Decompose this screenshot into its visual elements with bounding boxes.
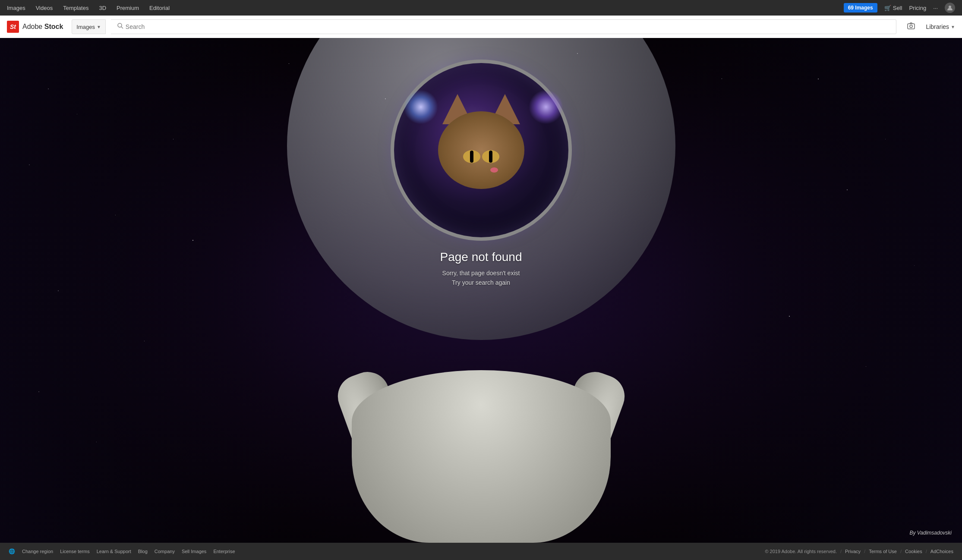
brand-name: Adobe Stock: [22, 23, 63, 31]
cat-face: [425, 94, 537, 206]
suit-body: [352, 370, 611, 543]
footer: 🌐 Change region License terms Learn & Su…: [0, 543, 962, 560]
sell-nav-item[interactable]: 🛒 Sell: [884, 5, 902, 11]
hero-section: Page not found Sorry, that page doesn't …: [0, 38, 962, 543]
footer-divider-1: /: [840, 549, 842, 554]
cat-nose: [490, 167, 498, 173]
top-nav-bar: Images Videos Templates 3D Premium Edito…: [0, 0, 962, 16]
search-input[interactable]: [126, 23, 892, 30]
footer-divider-4: /: [926, 549, 927, 554]
footer-copyright: © 2019 Adobe. All rights reserved.: [765, 549, 836, 554]
footer-learn-support[interactable]: Learn & Support: [97, 549, 131, 554]
footer-privacy[interactable]: Privacy: [845, 549, 861, 554]
footer-divider-2: /: [864, 549, 865, 554]
more-options-icon[interactable]: ···: [933, 5, 938, 11]
cat-eye-left: [463, 150, 480, 163]
search-type-label: Images: [76, 24, 95, 30]
svg-rect-3: [908, 24, 915, 29]
user-avatar[interactable]: [945, 3, 955, 13]
flare-left: [404, 90, 438, 124]
libraries-button[interactable]: Libraries ▼: [926, 23, 955, 30]
top-nav-right: 69 Images 🛒 Sell Pricing ···: [844, 3, 955, 13]
dark-overlay-right: [673, 38, 962, 543]
footer-cookies[interactable]: Cookies: [905, 549, 922, 554]
nav-item-templates[interactable]: Templates: [63, 5, 88, 11]
sell-icon: 🛒: [884, 5, 891, 11]
cat-eye-right: [482, 150, 499, 163]
footer-right: © 2019 Adobe. All rights reserved. / Pri…: [765, 549, 953, 554]
cat-head: [438, 111, 524, 189]
dark-overlay-left: [0, 38, 289, 543]
image-attribution: By Vadimsadovski: [909, 530, 952, 536]
svg-line-2: [121, 27, 123, 28]
error-content: Page not found Sorry, that page doesn't …: [440, 250, 522, 288]
footer-blog[interactable]: Blog: [138, 549, 148, 554]
svg-point-4: [910, 25, 912, 28]
camera-icon: [907, 22, 915, 30]
main-nav-bar: St Adobe Stock Images ▼ Libraries ▼: [0, 16, 962, 38]
search-icon-button[interactable]: [115, 22, 126, 31]
user-icon: [947, 5, 953, 11]
flare-right: [529, 90, 563, 124]
search-input-wrap: [111, 19, 897, 34]
search-bar: [111, 19, 897, 34]
nav-item-images[interactable]: Images: [7, 5, 25, 11]
images-count-button[interactable]: 69 Images: [844, 3, 877, 13]
search-icon: [117, 22, 124, 29]
libraries-label: Libraries: [926, 23, 949, 30]
svg-point-1: [118, 23, 122, 27]
footer-enterprise[interactable]: Enterprise: [213, 549, 235, 554]
brand-logo[interactable]: St Adobe Stock: [7, 21, 63, 33]
footer-adchoices[interactable]: AdChoices: [930, 549, 953, 554]
error-subtitle-line1: Sorry, that page doesn't exist: [442, 270, 520, 277]
footer-terms[interactable]: Terms of Use: [869, 549, 897, 554]
nav-item-editorial[interactable]: Editorial: [149, 5, 170, 11]
pricing-nav-item[interactable]: Pricing: [909, 5, 926, 11]
adobe-stock-icon: St: [7, 21, 19, 33]
nav-item-premium[interactable]: Premium: [117, 5, 139, 11]
footer-change-region[interactable]: Change region: [22, 549, 53, 554]
footer-license-terms[interactable]: License terms: [60, 549, 89, 554]
error-title: Page not found: [440, 250, 522, 264]
nav-item-videos[interactable]: Videos: [36, 5, 53, 11]
visual-search-button[interactable]: [902, 22, 921, 32]
libraries-chevron-icon: ▼: [951, 25, 955, 29]
error-subtitle: Sorry, that page doesn't exist Try your …: [440, 268, 522, 288]
chevron-down-icon: ▼: [97, 25, 101, 29]
footer-sell-images[interactable]: Sell Images: [182, 549, 206, 554]
footer-company[interactable]: Company: [155, 549, 175, 554]
top-nav-left: Images Videos Templates 3D Premium Edito…: [7, 5, 170, 11]
footer-divider-3: /: [900, 549, 902, 554]
globe-icon: 🌐: [9, 548, 15, 554]
error-subtitle-line2: Try your search again: [452, 279, 510, 286]
cat-pupil-right: [489, 151, 492, 163]
search-type-dropdown[interactable]: Images ▼: [72, 19, 106, 34]
cat-pupil-left: [470, 151, 473, 163]
footer-left: 🌐 Change region License terms Learn & Su…: [9, 548, 235, 554]
nav-item-3d[interactable]: 3D: [99, 5, 106, 11]
